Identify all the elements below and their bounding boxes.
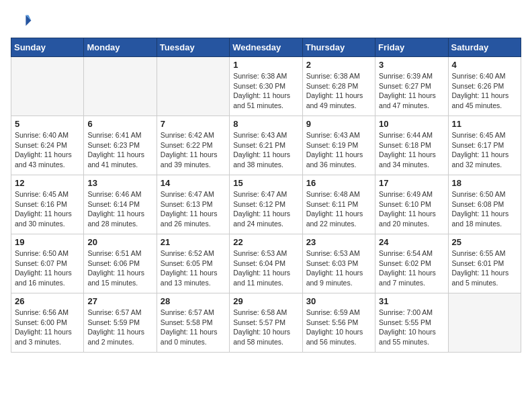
calendar-cell: 9Sunrise: 6:43 AM Sunset: 6:19 PM Daylig…	[302, 116, 375, 175]
day-number: 29	[233, 296, 298, 306]
day-info: Sunrise: 6:40 AM Sunset: 6:24 PM Dayligh…	[15, 130, 80, 170]
day-number: 31	[379, 296, 444, 306]
calendar-cell: 17Sunrise: 6:49 AM Sunset: 6:10 PM Dayli…	[375, 175, 448, 234]
calendar-cell: 1Sunrise: 6:38 AM Sunset: 6:30 PM Daylig…	[230, 57, 302, 116]
day-number: 22	[233, 237, 298, 247]
day-info: Sunrise: 6:39 AM Sunset: 6:27 PM Dayligh…	[379, 71, 444, 111]
day-number: 11	[452, 119, 517, 129]
calendar-cell: 18Sunrise: 6:50 AM Sunset: 6:08 PM Dayli…	[448, 175, 521, 234]
day-info: Sunrise: 6:44 AM Sunset: 6:18 PM Dayligh…	[379, 130, 444, 170]
calendar-cell: 25Sunrise: 6:55 AM Sunset: 6:01 PM Dayli…	[448, 234, 521, 293]
day-info: Sunrise: 6:45 AM Sunset: 6:16 PM Dayligh…	[15, 189, 80, 229]
day-number: 9	[306, 119, 371, 129]
day-number: 6	[87, 119, 152, 129]
calendar-cell: 20Sunrise: 6:51 AM Sunset: 6:06 PM Dayli…	[84, 234, 157, 293]
day-number: 10	[379, 119, 444, 129]
calendar-cell: 8Sunrise: 6:43 AM Sunset: 6:21 PM Daylig…	[230, 116, 302, 175]
weekday-header: Saturday	[448, 38, 521, 57]
day-number: 3	[379, 60, 444, 70]
calendar-cell: 26Sunrise: 6:56 AM Sunset: 6:00 PM Dayli…	[11, 293, 84, 353]
day-number: 5	[15, 119, 80, 129]
calendar-week-row: 1Sunrise: 6:38 AM Sunset: 6:30 PM Daylig…	[11, 57, 521, 116]
day-number: 30	[306, 296, 371, 306]
calendar-cell: 7Sunrise: 6:42 AM Sunset: 6:22 PM Daylig…	[157, 116, 229, 175]
calendar-cell: 21Sunrise: 6:52 AM Sunset: 6:05 PM Dayli…	[157, 234, 229, 293]
day-number: 14	[161, 178, 226, 188]
day-info: Sunrise: 6:43 AM Sunset: 6:19 PM Dayligh…	[306, 130, 371, 170]
weekday-header: Monday	[84, 38, 157, 57]
day-info: Sunrise: 6:52 AM Sunset: 6:05 PM Dayligh…	[161, 248, 226, 288]
day-number: 8	[233, 119, 298, 129]
logo-icon	[11, 11, 32, 32]
calendar-cell: 28Sunrise: 6:57 AM Sunset: 5:58 PM Dayli…	[157, 293, 229, 353]
day-info: Sunrise: 6:41 AM Sunset: 6:23 PM Dayligh…	[87, 130, 152, 170]
day-info: Sunrise: 6:45 AM Sunset: 6:17 PM Dayligh…	[452, 130, 517, 170]
day-info: Sunrise: 6:47 AM Sunset: 6:13 PM Dayligh…	[161, 189, 226, 229]
calendar-cell: 29Sunrise: 6:58 AM Sunset: 5:57 PM Dayli…	[230, 293, 302, 353]
calendar-cell: 30Sunrise: 6:59 AM Sunset: 5:56 PM Dayli…	[302, 293, 375, 353]
day-number: 18	[452, 178, 517, 188]
calendar-cell: 3Sunrise: 6:39 AM Sunset: 6:27 PM Daylig…	[375, 57, 448, 116]
day-number: 23	[306, 237, 371, 247]
calendar-cell: 11Sunrise: 6:45 AM Sunset: 6:17 PM Dayli…	[448, 116, 521, 175]
calendar-cell: 19Sunrise: 6:50 AM Sunset: 6:07 PM Dayli…	[11, 234, 84, 293]
day-number: 28	[161, 296, 226, 306]
day-info: Sunrise: 6:55 AM Sunset: 6:01 PM Dayligh…	[452, 248, 517, 288]
calendar-cell	[11, 57, 84, 116]
calendar-cell: 23Sunrise: 6:53 AM Sunset: 6:03 PM Dayli…	[302, 234, 375, 293]
day-number: 15	[233, 178, 298, 188]
calendar-week-row: 26Sunrise: 6:56 AM Sunset: 6:00 PM Dayli…	[11, 293, 521, 353]
day-number: 24	[379, 237, 444, 247]
day-info: Sunrise: 6:46 AM Sunset: 6:14 PM Dayligh…	[87, 189, 152, 229]
weekday-header: Tuesday	[157, 38, 229, 57]
calendar-cell: 4Sunrise: 6:40 AM Sunset: 6:26 PM Daylig…	[448, 57, 521, 116]
day-number: 21	[161, 237, 226, 247]
day-info: Sunrise: 6:43 AM Sunset: 6:21 PM Dayligh…	[233, 130, 298, 170]
day-number: 25	[452, 237, 517, 247]
day-number: 1	[233, 60, 298, 70]
calendar-cell: 5Sunrise: 6:40 AM Sunset: 6:24 PM Daylig…	[11, 116, 84, 175]
day-info: Sunrise: 6:58 AM Sunset: 5:57 PM Dayligh…	[233, 308, 298, 347]
day-number: 2	[306, 60, 371, 70]
calendar-cell: 31Sunrise: 7:00 AM Sunset: 5:55 PM Dayli…	[375, 293, 448, 353]
day-info: Sunrise: 6:40 AM Sunset: 6:26 PM Dayligh…	[452, 71, 517, 111]
day-info: Sunrise: 6:50 AM Sunset: 6:07 PM Dayligh…	[15, 248, 80, 288]
day-number: 17	[379, 178, 444, 188]
day-info: Sunrise: 6:53 AM Sunset: 6:03 PM Dayligh…	[306, 248, 371, 288]
calendar-cell: 22Sunrise: 6:53 AM Sunset: 6:04 PM Dayli…	[230, 234, 302, 293]
day-info: Sunrise: 6:51 AM Sunset: 6:06 PM Dayligh…	[87, 248, 152, 288]
weekday-header: Friday	[375, 38, 448, 57]
calendar-cell: 14Sunrise: 6:47 AM Sunset: 6:13 PM Dayli…	[157, 175, 229, 234]
day-info: Sunrise: 7:00 AM Sunset: 5:55 PM Dayligh…	[379, 308, 444, 347]
calendar-cell: 24Sunrise: 6:54 AM Sunset: 6:02 PM Dayli…	[375, 234, 448, 293]
day-info: Sunrise: 6:50 AM Sunset: 6:08 PM Dayligh…	[452, 189, 517, 229]
calendar-cell: 27Sunrise: 6:57 AM Sunset: 5:59 PM Dayli…	[84, 293, 157, 353]
day-info: Sunrise: 6:57 AM Sunset: 5:58 PM Dayligh…	[161, 308, 226, 347]
day-info: Sunrise: 6:57 AM Sunset: 5:59 PM Dayligh…	[87, 308, 152, 347]
calendar-header-row: SundayMondayTuesdayWednesdayThursdayFrid…	[11, 38, 521, 57]
day-info: Sunrise: 6:38 AM Sunset: 6:28 PM Dayligh…	[306, 71, 371, 111]
day-number: 7	[161, 119, 226, 129]
day-number: 26	[15, 296, 80, 306]
calendar-week-row: 12Sunrise: 6:45 AM Sunset: 6:16 PM Dayli…	[11, 175, 521, 234]
calendar-cell: 16Sunrise: 6:48 AM Sunset: 6:11 PM Dayli…	[302, 175, 375, 234]
calendar-cell: 2Sunrise: 6:38 AM Sunset: 6:28 PM Daylig…	[302, 57, 375, 116]
calendar-cell: 15Sunrise: 6:47 AM Sunset: 6:12 PM Dayli…	[230, 175, 302, 234]
calendar-cell: 13Sunrise: 6:46 AM Sunset: 6:14 PM Dayli…	[84, 175, 157, 234]
day-number: 27	[87, 296, 152, 306]
calendar-cell	[448, 293, 521, 353]
day-number: 20	[87, 237, 152, 247]
page-header	[11, 11, 521, 32]
day-info: Sunrise: 6:48 AM Sunset: 6:11 PM Dayligh…	[306, 189, 371, 229]
day-info: Sunrise: 6:49 AM Sunset: 6:10 PM Dayligh…	[379, 189, 444, 229]
day-info: Sunrise: 6:56 AM Sunset: 6:00 PM Dayligh…	[15, 308, 80, 347]
calendar-cell	[84, 57, 157, 116]
day-info: Sunrise: 6:38 AM Sunset: 6:30 PM Dayligh…	[233, 71, 298, 111]
calendar-table: SundayMondayTuesdayWednesdayThursdayFrid…	[11, 38, 521, 353]
calendar-cell	[157, 57, 229, 116]
weekday-header: Wednesday	[230, 38, 302, 57]
weekday-header: Sunday	[11, 38, 84, 57]
calendar-cell: 12Sunrise: 6:45 AM Sunset: 6:16 PM Dayli…	[11, 175, 84, 234]
day-info: Sunrise: 6:53 AM Sunset: 6:04 PM Dayligh…	[233, 248, 298, 288]
weekday-header: Thursday	[302, 38, 375, 57]
